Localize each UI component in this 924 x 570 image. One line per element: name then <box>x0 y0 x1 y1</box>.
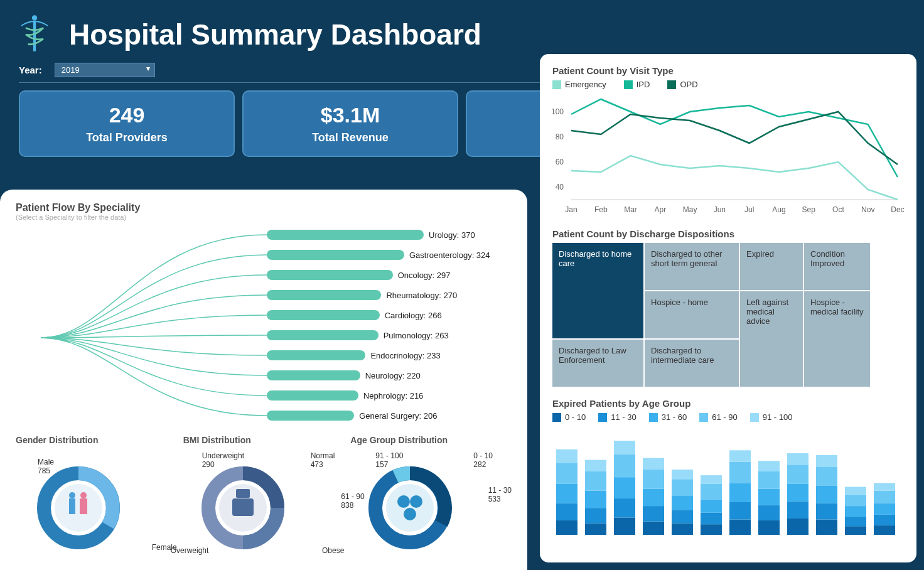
flow-row[interactable]: General Surgery: 206 <box>267 406 512 426</box>
svg-rect-61 <box>701 499 722 512</box>
right-panel: Patient Count by Visit Type Emergency IP… <box>540 54 916 562</box>
svg-rect-87 <box>845 495 866 506</box>
flow-row[interactable]: Rheumatology: 270 <box>267 285 512 305</box>
kpi-total-revenue[interactable]: $3.1M Total Revenue <box>242 90 458 157</box>
svg-rect-44 <box>614 517 635 535</box>
svg-rect-46 <box>614 477 635 498</box>
flow-row[interactable]: Urology: 370 <box>267 225 512 245</box>
svg-text:Nov: Nov <box>861 205 874 214</box>
gender-donut[interactable]: Male785 Female <box>16 451 177 552</box>
flow-row[interactable]: Gastroenterology: 324 <box>267 245 512 265</box>
legend-91-100[interactable]: 91 - 100 <box>750 412 793 422</box>
treemap-cell[interactable]: Left against medical advice <box>740 291 803 387</box>
svg-text:Jul: Jul <box>744 205 754 214</box>
patient-flow-chart[interactable]: Urology: 370Gastroenterology: 324Oncolog… <box>16 225 512 426</box>
speciality-subtitle: (Select a Speciality to filter the data) <box>16 213 512 221</box>
treemap-cell[interactable]: Discharged to Law Enforcement <box>552 340 643 387</box>
svg-rect-93 <box>874 483 895 490</box>
treemap-cell[interactable]: Hospice - medical facility <box>804 291 870 387</box>
svg-rect-92 <box>874 491 895 503</box>
flow-bar <box>267 390 358 401</box>
legend-61-90[interactable]: 61 - 90 <box>699 412 737 422</box>
flow-row[interactable]: Oncology: 297 <box>267 265 512 285</box>
svg-rect-85 <box>845 517 866 526</box>
legend-emergency[interactable]: Emergency <box>552 80 606 89</box>
legend-opd[interactable]: OPD <box>667 80 697 89</box>
svg-rect-89 <box>874 525 895 535</box>
svg-rect-57 <box>672 479 693 495</box>
legend-swatch <box>552 80 561 89</box>
svg-rect-78 <box>787 453 808 465</box>
legend-0-10[interactable]: 0 - 10 <box>552 412 586 422</box>
svg-rect-36 <box>556 484 578 503</box>
flow-label: General Surgery: 206 <box>359 411 437 421</box>
flow-bar <box>267 330 379 340</box>
svg-rect-37 <box>556 463 578 484</box>
svg-point-5 <box>69 492 75 498</box>
treemap-cell[interactable]: Expired <box>740 243 803 290</box>
svg-rect-88 <box>845 487 866 494</box>
legend-ipd[interactable]: IPD <box>624 80 650 89</box>
flow-row[interactable]: Pulmonology: 263 <box>267 325 512 345</box>
year-select[interactable]: 2019 <box>55 63 155 77</box>
svg-rect-55 <box>672 510 693 523</box>
svg-rect-73 <box>758 461 780 471</box>
treemap-cell[interactable]: Discharged to home care <box>552 243 643 338</box>
bmi-n-label: Normal <box>311 451 335 460</box>
treemap-cell[interactable]: Discharged to other short term general <box>645 243 739 290</box>
flow-bar <box>267 250 404 260</box>
age-donut[interactable]: 91 - 100157 0 - 10282 11 - 30533 61 - 90… <box>350 451 512 552</box>
svg-rect-54 <box>672 524 693 535</box>
kpi-total-providers[interactable]: 249 Total Providers <box>19 90 235 157</box>
age-11-label: 11 - 30 <box>488 486 512 495</box>
svg-rect-47 <box>614 454 635 477</box>
treemap-cell[interactable]: Condition Improved <box>804 243 870 290</box>
discharge-treemap[interactable]: Discharged to home care Discharged to ot… <box>552 243 904 387</box>
svg-rect-76 <box>787 484 808 502</box>
age-11-value: 533 <box>488 495 501 503</box>
flow-label: Rheumatology: 270 <box>386 291 457 300</box>
bmi-ow-label: Overweight <box>171 546 209 555</box>
expired-legend: 0 - 10 11 - 30 31 - 60 61 - 90 91 - 100 <box>552 412 904 422</box>
legend-31-60[interactable]: 31 - 60 <box>649 412 687 422</box>
flow-row[interactable]: Neurology: 220 <box>267 365 512 385</box>
svg-rect-51 <box>643 489 664 507</box>
age-donut-section: Age Group Distribution 91 - 100157 0 - 1… <box>350 435 512 552</box>
flow-row[interactable]: Nephrology: 216 <box>267 385 512 406</box>
svg-rect-38 <box>556 449 578 463</box>
svg-text:May: May <box>683 205 697 214</box>
svg-rect-69 <box>758 520 780 535</box>
svg-rect-75 <box>787 501 808 519</box>
flow-label: Urology: 370 <box>429 230 475 240</box>
legend-11-30[interactable]: 11 - 30 <box>598 412 636 422</box>
svg-text:Aug: Aug <box>772 205 785 214</box>
flow-label: Neurology: 220 <box>365 371 421 380</box>
svg-rect-71 <box>758 489 780 505</box>
visit-type-line-chart[interactable]: 406080100JanFebMarAprMayJunJulAugSepOctN… <box>552 93 904 218</box>
expired-title: Expired Patients by Age Group <box>552 398 904 409</box>
treemap-cell[interactable]: Discharged to intermediate care <box>645 340 739 387</box>
svg-rect-56 <box>672 495 693 510</box>
bmi-title: BMI Distribution <box>183 435 345 445</box>
svg-rect-45 <box>614 498 635 518</box>
speciality-title: Patient Flow By Speciality <box>16 202 512 213</box>
svg-text:Mar: Mar <box>624 205 637 214</box>
flow-bar <box>267 350 365 360</box>
visit-type-title: Patient Count by Visit Type <box>552 65 904 76</box>
bmi-donut-section: BMI Distribution Underweight290 Normal47… <box>183 435 345 552</box>
bmi-donut[interactable]: Underweight290 Normal473 Overweight Obes… <box>183 451 345 552</box>
svg-text:Jan: Jan <box>565 205 577 214</box>
flow-row[interactable]: Cardiology: 266 <box>267 305 512 325</box>
svg-rect-67 <box>729 462 751 483</box>
svg-rect-35 <box>556 503 578 520</box>
expired-bar-chart[interactable] <box>552 428 904 541</box>
svg-point-7 <box>80 492 87 498</box>
flow-row[interactable]: Endocrinology: 233 <box>267 345 512 365</box>
treemap-cell[interactable]: Hospice - home <box>645 291 739 338</box>
svg-point-15 <box>410 495 422 508</box>
legend-swatch <box>552 413 561 422</box>
svg-rect-84 <box>845 526 866 535</box>
header: Hospital Summary Dashboard <box>0 0 924 63</box>
kpi-value: 249 <box>26 103 227 127</box>
flow-bar <box>267 270 393 280</box>
